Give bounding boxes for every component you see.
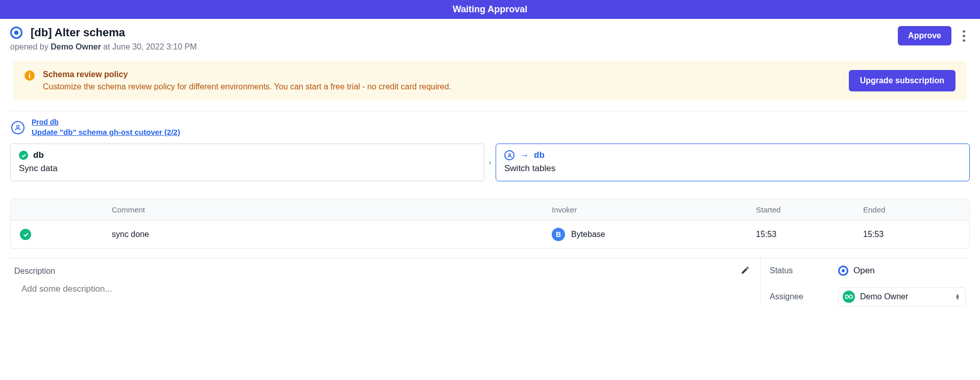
page-body: [db] Alter schema opened by Demo Owner a… (0, 19, 980, 306)
assignee-name: Demo Owner (860, 292, 908, 301)
issue-sidebar: Status Open Assignee DO Demo Owner ▲▼ (761, 258, 970, 306)
user-icon (11, 121, 24, 134)
banner-title: Schema review policy (43, 70, 451, 79)
description-input[interactable] (14, 277, 750, 295)
assignee-left: DO Demo Owner (843, 291, 908, 303)
description-header: Description (14, 266, 750, 277)
status-open-icon (10, 27, 22, 39)
issue-owner: Demo Owner (51, 42, 101, 51)
issue-header: [db] Alter schema opened by Demo Owner a… (10, 26, 970, 52)
title-line: [db] Alter schema (10, 26, 197, 39)
table-header: Comment Invoker Started Ended (11, 199, 969, 220)
assignee-row: Assignee DO Demo Owner ▲▼ (770, 287, 966, 306)
row-started: 15:53 (756, 230, 863, 239)
description-label: Description (14, 267, 55, 276)
banner-text: Schema review policy Customize the schem… (43, 70, 451, 91)
step-subtitle: Sync data (19, 163, 476, 174)
invoker-name: Bytebase (571, 230, 605, 239)
status-open-icon (838, 266, 848, 276)
lower-section: Description Status Open Assignee DO (10, 258, 970, 306)
stage-header: Prod db Update "db" schema gh-ost cutove… (10, 117, 970, 144)
chevron-right-icon: › (484, 144, 496, 181)
row-invoker: B Bytebase (552, 228, 756, 241)
env-link[interactable]: Prod db (32, 117, 180, 127)
col-ended: Ended (863, 205, 960, 214)
row-comment: sync done (112, 230, 552, 239)
upgrade-subscription-button[interactable]: Upgrade subscription (849, 70, 955, 91)
task-link[interactable]: Update "db" schema gh-ost cutover (2/2) (32, 127, 180, 137)
banner-desc: Customize the schema review policy for d… (43, 82, 451, 91)
activity-table: Comment Invoker Started Ended sync done … (10, 199, 970, 249)
user-icon-small (504, 150, 514, 160)
assignee-select[interactable]: DO Demo Owner ▲▼ (838, 287, 966, 306)
more-menu-button[interactable] (958, 27, 970, 45)
steps-row: db Sync data › → db Switch tables (10, 144, 970, 181)
stage-section: Prod db Update "db" schema gh-ost cutove… (10, 111, 970, 189)
arrow-right-icon: → (520, 151, 529, 160)
invoker-avatar: B (552, 228, 565, 241)
stage-links: Prod db Update "db" schema gh-ost cutove… (32, 117, 180, 137)
status-value: Open (838, 266, 875, 276)
opened-at: at June 30, 2022 3:10 PM (101, 42, 197, 51)
check-circle-icon (19, 151, 28, 160)
step-top: db (19, 150, 476, 160)
status-text: Open (853, 266, 875, 276)
waiting-approval-banner: Waiting Approval (0, 0, 980, 19)
issue-subtitle: opened by Demo Owner at June 30, 2022 3:… (10, 42, 197, 52)
assignee-avatar: DO (843, 291, 855, 303)
row-ended: 15:53 (863, 230, 960, 239)
col-comment: Comment (112, 205, 552, 214)
header-actions: Approve (898, 26, 970, 45)
svg-point-1 (508, 153, 510, 155)
table-row: sync done B Bytebase 15:53 15:53 (11, 220, 969, 248)
issue-title: [db] Alter schema (31, 26, 125, 39)
status-label: Status (770, 266, 830, 275)
title-block: [db] Alter schema opened by Demo Owner a… (10, 26, 197, 52)
step-card-sync-data[interactable]: db Sync data (10, 144, 484, 181)
step-name: db (534, 150, 545, 160)
check-circle-icon (20, 229, 31, 240)
step-card-switch-tables[interactable]: → db Switch tables (496, 144, 970, 181)
assignee-label: Assignee (770, 292, 830, 301)
step-subtitle: Switch tables (504, 163, 961, 174)
description-panel: Description (10, 258, 761, 306)
edit-icon[interactable] (741, 266, 750, 277)
row-status (20, 229, 112, 240)
status-row: Status Open (770, 266, 966, 276)
schema-review-banner: i Schema review policy Customize the sch… (13, 61, 967, 101)
banner-left: i Schema review policy Customize the sch… (24, 70, 451, 91)
info-icon: i (24, 70, 35, 81)
approve-button[interactable]: Approve (898, 26, 951, 45)
sort-arrows-icon: ▲▼ (955, 294, 960, 300)
col-invoker: Invoker (552, 205, 756, 214)
col-started: Started (756, 205, 863, 214)
svg-point-0 (17, 125, 19, 128)
step-top: → db (504, 150, 961, 160)
step-name: db (33, 150, 44, 160)
opened-by-prefix: opened by (10, 42, 51, 51)
